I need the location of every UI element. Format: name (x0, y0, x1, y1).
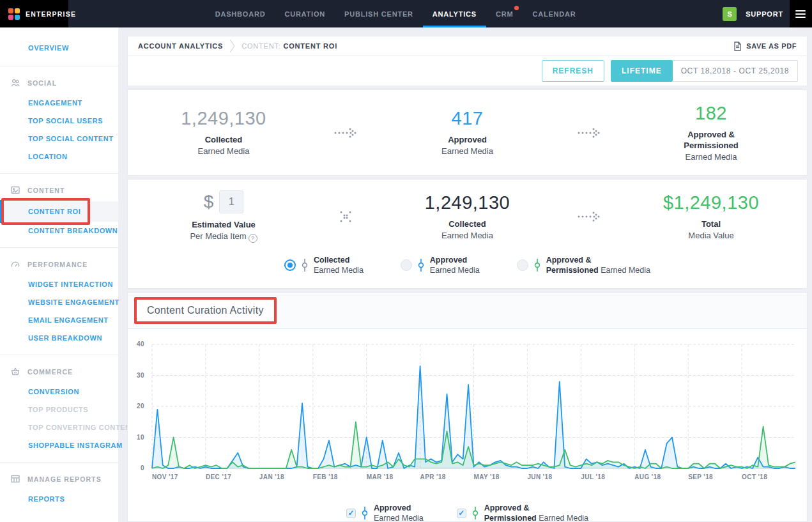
nav-item-analytics[interactable]: ANALYTICS (423, 0, 486, 27)
sidebar-item-top-converting-content[interactable]: TOP CONVERTING CONTENT (0, 418, 118, 436)
nav-item-curation[interactable]: CURATION (275, 0, 335, 27)
svg-text:FEB '18: FEB '18 (313, 473, 338, 480)
support-link[interactable]: SUPPORT (746, 10, 783, 18)
reports-icon (10, 474, 20, 484)
date-range-picker[interactable]: OCT 18,2018 - OCT 25,2018 (673, 60, 798, 82)
estimated-value-input[interactable] (219, 190, 243, 213)
radio-approved-permissioned[interactable]: Approved &Permissioned Earned Media (517, 255, 650, 276)
stat-value: 1,249,130 (134, 108, 313, 129)
svg-text:20: 20 (137, 403, 144, 410)
curation-activity-panel: Content Curation Activity 010203040NOV '… (127, 292, 808, 522)
radio-selected-icon[interactable] (284, 259, 296, 271)
commerce-icon (10, 367, 20, 376)
hamburger-menu-icon[interactable] (790, 0, 812, 27)
sidebar-item-website-engagement[interactable]: WEBSITE ENGAGEMENT (0, 293, 118, 311)
toolbar: REFRESH LIFETIME OCT 18,2018 - OCT 25,20… (127, 56, 808, 86)
content-icon (10, 185, 20, 195)
svg-text:30: 30 (137, 372, 144, 379)
section-title: SOCIAL (27, 79, 57, 87)
sidebar-item-shoppable-instagram[interactable]: SHOPPABLE INSTAGRAM (0, 436, 118, 454)
sidebar-item-engagement[interactable]: ENGAGEMENT (0, 94, 118, 112)
checkbox-checked-icon[interactable] (346, 509, 356, 518)
top-nav: ENTERPRISE DASHBOARD CURATION PUBLISH CE… (0, 0, 812, 27)
svg-text:JUL '18: JUL '18 (581, 473, 605, 480)
stat-value: 417 (378, 108, 557, 129)
funnel-stats-panel: 1,249,130 Collected Earned Media 417 App… (127, 89, 808, 176)
svg-text:10: 10 (137, 434, 144, 441)
brand-name: ENTERPRISE (26, 10, 76, 18)
currency-symbol: $ (204, 192, 214, 212)
nav-item-crm[interactable]: CRM (486, 0, 523, 27)
sidebar-item-conversion[interactable]: CONVERSION (0, 383, 118, 401)
svg-text:NOV '17: NOV '17 (152, 473, 178, 480)
checkbox-checked-icon[interactable] (457, 509, 466, 518)
nav-links: DASHBOARD CURATION PUBLISH CENTER ANALYT… (206, 0, 586, 27)
chart-header: Content Curation Activity (128, 293, 807, 329)
sidebar-item-user-breakdown[interactable]: USER BREAKDOWN (0, 329, 118, 347)
curation-activity-chart: 010203040NOV '17DEC '17JAN '18FEB '18MAR… (128, 333, 807, 493)
nav-item-publish-center[interactable]: PUBLISH CENTER (335, 0, 423, 27)
sidebar-item-top-social-content[interactable]: TOP SOCIAL CONTENT (0, 130, 118, 148)
section-title: MANAGE REPORTS (27, 475, 102, 483)
commit-node-icon (362, 506, 368, 520)
stat-approved: 417 Approved Earned Media (378, 108, 557, 157)
radio-unselected-icon[interactable] (401, 259, 412, 271)
avatar[interactable]: S (723, 7, 737, 21)
svg-text:OCT '18: OCT '18 (742, 473, 767, 480)
sidebar-section-performance: PERFORMANCE (0, 252, 118, 275)
radio-unselected-icon[interactable] (517, 259, 528, 271)
sidebar-item-content-breakdown[interactable]: CONTENT BREAKDOWN (0, 222, 118, 240)
chart-title: Content Curation Activity (134, 297, 277, 324)
sidebar-section-social: SOCIAL (0, 70, 118, 94)
lifetime-button[interactable]: LIFETIME (611, 60, 673, 82)
help-icon[interactable] (249, 234, 257, 243)
svg-text:SEP '18: SEP '18 (688, 473, 713, 480)
sidebar-section-commerce: COMMERCE (0, 359, 118, 383)
sidebar-section-content: CONTENT (0, 178, 118, 201)
breadcrumb-current: CONTENT: CONTENT ROI (241, 42, 337, 50)
section-title: PERFORMANCE (27, 261, 88, 268)
radio-approved[interactable]: ApprovedEarned Media (401, 255, 480, 276)
radio-collected[interactable]: CollectedEarned Media (284, 255, 364, 276)
brand: ENTERPRISE (0, 0, 68, 27)
legend-approved: ApprovedEarned Media (346, 503, 424, 522)
sidebar-item-reports[interactable]: REPORTS (0, 490, 118, 508)
breadcrumb-root[interactable]: ACCOUNT ANALYTICS (138, 42, 223, 50)
nav-right: S SUPPORT (723, 0, 783, 27)
total-media-value-group: $1,249,130 Total Media Value (622, 192, 801, 241)
sidebar-section-manage-reports: MANAGE REPORTS (0, 466, 118, 490)
chart-legend: ApprovedEarned Media Approved &Permissio… (128, 503, 807, 522)
svg-text:40: 40 (137, 341, 144, 348)
sidebar: OVERVIEW SOCIAL ENGAGEMENT TOP SOCIAL US… (0, 27, 118, 522)
sidebar-item-top-social-users[interactable]: TOP SOCIAL USERS (0, 112, 118, 130)
sidebar-item-location[interactable]: LOCATION (0, 148, 118, 165)
svg-text:DEC '17: DEC '17 (206, 473, 231, 480)
dotted-arrow-icon (557, 210, 622, 223)
nav-item-calendar[interactable]: CALENDAR (523, 0, 585, 27)
save-as-pdf-button[interactable]: SAVE AS PDF (733, 42, 797, 51)
section-title: CONTENT (27, 187, 65, 194)
roi-panel: $ Estimated Value Per Media Item 1,249,1… (127, 179, 808, 289)
sidebar-item-email-engagement[interactable]: EMAIL ENGAGEMENT (0, 311, 118, 329)
svg-text:JAN '18: JAN '18 (259, 473, 284, 480)
chevron-right-icon (229, 39, 235, 53)
main-content: ACCOUNT ANALYTICS CONTENT: CONTENT ROI S… (127, 27, 808, 522)
svg-text:JUN '18: JUN '18 (527, 473, 552, 480)
section-title: COMMERCE (27, 368, 73, 376)
refresh-button[interactable]: REFRESH (542, 60, 604, 82)
sidebar-item-widget-interaction[interactable]: WIDGET INTERACTION (0, 275, 118, 293)
stat-approved-permissioned: 182 Approved & Permissioned Earned Media (622, 103, 801, 162)
sidebar-item-content-roi[interactable]: CONTENT ROI (0, 201, 118, 222)
notification-dot (514, 6, 519, 10)
collected-total-group: 1,249,130 Collected Earned Media (378, 192, 557, 241)
dotted-multiply-icon (313, 210, 378, 224)
sidebar-item-overview[interactable]: OVERVIEW (0, 39, 118, 57)
commit-node-icon (534, 258, 540, 272)
breadcrumb-bar: ACCOUNT ANALYTICS CONTENT: CONTENT ROI S… (127, 36, 808, 56)
chart-body: 010203040NOV '17DEC '17JAN '18FEB '18MAR… (128, 329, 807, 522)
svg-text:MAY '18: MAY '18 (474, 473, 500, 480)
sidebar-item-top-products[interactable]: TOP PRODUCTS (0, 401, 118, 418)
nav-item-dashboard[interactable]: DASHBOARD (206, 0, 275, 27)
document-icon (733, 42, 742, 51)
enterprise-logo-icon (8, 8, 20, 20)
